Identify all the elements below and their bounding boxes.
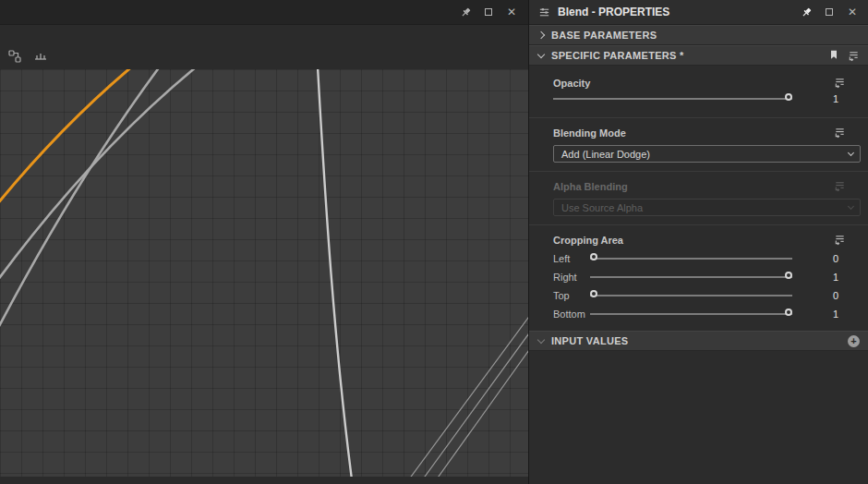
crop-row-right: Right 1	[529, 268, 868, 286]
2d-view-header: ✕	[0, 0, 528, 25]
chevron-right-icon	[537, 31, 545, 39]
pin-icon[interactable]	[799, 5, 814, 19]
crop-row-left: Left 0	[529, 249, 868, 268]
curve-gray-2	[0, 69, 197, 281]
crop-top-value[interactable]: 0	[792, 290, 846, 301]
crop-left-value[interactable]: 0	[792, 253, 846, 264]
cropping-area-row-header: Cropping Area	[529, 234, 868, 246]
2d-view-toolbar	[0, 25, 528, 69]
opacity-row-header: Opacity	[529, 77, 868, 89]
section-specific-parameters[interactable]: SPECIFIC PARAMETERS *	[529, 45, 868, 66]
slider-track	[553, 98, 792, 100]
crop-bottom-value[interactable]: 1	[792, 309, 846, 320]
crop-right-value[interactable]: 1	[792, 272, 846, 283]
thin-line-3	[431, 347, 528, 484]
cropping-area-label: Cropping Area	[553, 235, 623, 246]
chevron-down-icon	[848, 203, 854, 210]
slider-track	[590, 276, 792, 278]
crop-row-top: Top 0	[529, 286, 868, 305]
properties-header: Blend - PROPERTIES ✕	[529, 0, 868, 25]
section-input-values[interactable]: INPUT VALUES +	[529, 331, 868, 351]
alpha-blending-dropdown: Use Source Alpha	[553, 199, 861, 216]
panel-title: Blend - PROPERTIES	[558, 6, 790, 18]
blending-mode-dropdown[interactable]: Add (Linear Dodge)	[553, 145, 861, 163]
chevron-down-icon	[537, 50, 545, 57]
slider-track	[590, 295, 792, 296]
section-base-parameters[interactable]: BASE PARAMETERS	[529, 25, 868, 45]
chevron-down-icon	[537, 335, 545, 343]
alpha-blending-label: Alpha Blending	[553, 181, 628, 192]
crop-bottom-slider[interactable]	[590, 308, 792, 321]
2d-view-panel: ✕	[0, 0, 528, 484]
opacity-label: Opacity	[553, 78, 590, 89]
2d-view-canvas[interactable]	[0, 69, 528, 484]
slider-handle[interactable]	[785, 272, 792, 279]
crop-row-bottom: Bottom 1	[529, 305, 868, 323]
crop-right-slider[interactable]	[590, 271, 792, 284]
function-icon[interactable]	[834, 234, 846, 246]
slider-track	[590, 258, 792, 260]
crop-left-slider[interactable]	[590, 252, 792, 265]
blending-mode-label: Blending Mode	[553, 127, 626, 139]
maximize-icon[interactable]	[822, 5, 837, 19]
opacity-slider-row: 1	[529, 89, 868, 109]
alpha-blending-row-header: Alpha Blending	[529, 180, 868, 192]
opacity-slider[interactable]	[553, 92, 792, 105]
function-icon	[834, 180, 846, 192]
divider	[529, 171, 868, 172]
slider-track	[590, 313, 792, 315]
curve-orange	[0, 69, 132, 204]
node-link-icon[interactable]	[6, 48, 23, 65]
ruler-icon[interactable]	[32, 48, 49, 65]
close-icon[interactable]: ✕	[845, 5, 860, 19]
crop-top-slider[interactable]	[590, 289, 792, 302]
add-input-icon[interactable]: +	[848, 335, 860, 347]
function-icon[interactable]	[834, 127, 846, 139]
slider-handle[interactable]	[785, 93, 792, 101]
slider-handle[interactable]	[785, 309, 792, 316]
curve-light	[318, 69, 353, 484]
blending-mode-row-header: Blending Mode	[529, 127, 868, 139]
thin-line-2	[417, 331, 528, 484]
canvas-edge	[0, 477, 528, 484]
pin-icon[interactable]	[458, 5, 473, 19]
blending-mode-selected: Add (Linear Dodge)	[561, 149, 650, 160]
thin-line-1	[404, 314, 528, 484]
presets-icon[interactable]	[848, 50, 860, 62]
function-icon[interactable]	[834, 77, 846, 89]
slider-handle[interactable]	[590, 290, 597, 297]
opacity-value[interactable]: 1	[792, 93, 846, 104]
divider	[529, 224, 868, 225]
curve-gray-1	[0, 69, 160, 330]
properties-panel: Blend - PROPERTIES ✕ BASE PARAMETERS SPE…	[528, 0, 868, 484]
properties-icon	[536, 5, 551, 19]
divider	[529, 117, 868, 118]
chevron-down-icon	[848, 150, 854, 156]
close-icon[interactable]: ✕	[504, 5, 519, 19]
curves-overlay	[0, 69, 528, 484]
slider-handle[interactable]	[590, 253, 597, 260]
bookmark-icon[interactable]	[828, 47, 839, 64]
maximize-icon[interactable]	[481, 5, 496, 19]
cropping-rows: Left 0 Right 1 Top 0 Bottom	[529, 249, 868, 323]
alpha-blending-selected: Use Source Alpha	[561, 202, 643, 213]
